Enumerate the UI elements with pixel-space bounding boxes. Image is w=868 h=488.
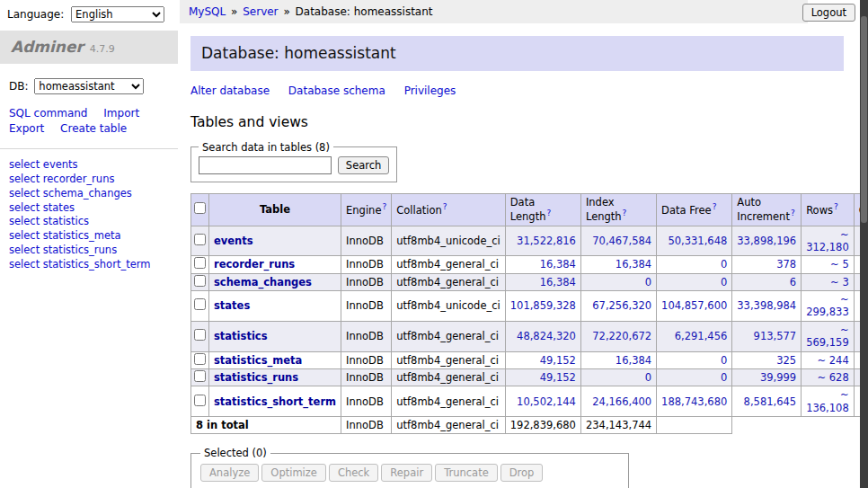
adminer-app: Language: English Adminer 4.7.9 DB: home… — [0, 0, 868, 488]
table-row-events: eventsInnoDButf8mb4_unicode_ci31,522,816… — [191, 226, 868, 256]
row-select-checkbox[interactable] — [194, 298, 206, 310]
data-free-cell: 0 — [657, 368, 732, 386]
rows-count-link[interactable]: ~ 299,833 — [806, 293, 849, 318]
breadcrumb-current: Database: homeassistant — [296, 5, 433, 18]
logout-button[interactable]: Logout — [802, 4, 855, 22]
breadcrumb-separator: » — [231, 5, 237, 18]
database-schema-link[interactable]: Database schema — [288, 84, 385, 97]
create-table-link[interactable]: Create table — [60, 122, 127, 135]
auto-increment-cell: 6 — [732, 273, 802, 290]
help-icon[interactable]: ? — [713, 202, 717, 211]
total-index-length-cell: 234,143,744 — [580, 417, 656, 434]
table-row-statistics: statisticsInnoDButf8mb4_general_ci48,824… — [191, 321, 868, 351]
engine-cell: InnoDB — [341, 386, 392, 417]
row-select-cell — [191, 256, 209, 273]
row-select-checkbox[interactable] — [194, 353, 206, 365]
help-icon[interactable]: ? — [834, 202, 838, 211]
table-row-schema-changes: schema_changesInnoDButf8mb4_general_ci16… — [191, 273, 868, 290]
breadcrumb-separator: » — [283, 5, 289, 18]
help-icon[interactable]: ? — [546, 209, 551, 217]
search-button[interactable]: Search — [338, 156, 390, 174]
export-link[interactable]: Export — [9, 122, 44, 135]
language-select[interactable]: English — [71, 6, 164, 22]
row-select-checkbox[interactable] — [194, 395, 206, 406]
help-icon[interactable]: ? — [791, 209, 795, 217]
table-name-link[interactable]: statistics_runs — [214, 371, 298, 384]
collation-cell: utf8mb4_general_ci — [392, 386, 506, 417]
table-name-link[interactable]: statistics_short_term — [214, 395, 336, 408]
sidebar-item-select-statistics-runs[interactable]: select statistics_runs — [9, 244, 169, 258]
sidebar-item-select-statistics-short-term[interactable]: select statistics_short_term — [9, 258, 169, 272]
help-icon[interactable]: ? — [443, 202, 447, 211]
column-header-data-length: Data Length? — [505, 194, 580, 226]
truncate-button[interactable]: Truncate — [435, 464, 498, 482]
total-data-length-cell: 192,839,680 — [505, 417, 580, 434]
table-name-link[interactable]: recorder_runs — [214, 258, 295, 271]
import-link[interactable]: Import — [103, 107, 139, 120]
help-icon[interactable]: ? — [623, 209, 627, 217]
table-name-cell: schema_changes — [209, 273, 341, 290]
sidebar-actions: SQL command Import Export Create table — [0, 94, 178, 149]
search-fieldset: Search data in tables (8) Search — [190, 141, 397, 182]
select-all-checkbox[interactable] — [194, 202, 206, 214]
sql-command-link[interactable]: SQL command — [9, 107, 87, 120]
row-select-checkbox[interactable] — [194, 257, 206, 269]
data-length-cell: 16,384 — [505, 273, 580, 290]
rows-count-link[interactable]: ~ 628 — [817, 371, 848, 384]
rows-count-cell: ~ 299,833 — [802, 291, 855, 322]
drop-button[interactable]: Drop — [500, 464, 544, 482]
table-name-link[interactable]: states — [214, 299, 250, 312]
rows-count-cell: ~ 628 — [802, 368, 855, 386]
auto-increment-cell: 33,398,984 — [732, 291, 802, 322]
auto-increment-cell: 33,898,196 — [732, 226, 802, 256]
scrollbar[interactable] — [860, 0, 868, 488]
total-data-free-cell — [657, 417, 732, 434]
check-button[interactable]: Check — [329, 464, 378, 482]
sidebar-item-select-statistics[interactable]: select statistics — [9, 215, 169, 229]
row-select-checkbox[interactable] — [194, 275, 206, 287]
app-logo: Adminer 4.7.9 — [0, 31, 178, 64]
repair-button[interactable]: Repair — [381, 464, 432, 482]
index-length-cell: 0 — [580, 368, 656, 386]
table-name-cell: statistics_runs — [209, 368, 341, 386]
breadcrumb-server-link[interactable]: Server — [243, 5, 278, 18]
row-select-checkbox[interactable] — [194, 370, 206, 382]
rows-count-link[interactable]: ~ 136,108 — [806, 388, 849, 413]
app-version: 4.7.9 — [90, 43, 115, 55]
table-name-link[interactable]: statistics_meta — [214, 354, 302, 367]
scrollbar-thumb[interactable] — [861, 16, 867, 223]
optimize-button[interactable]: Optimize — [261, 464, 326, 482]
help-icon[interactable]: ? — [382, 202, 386, 211]
engine-cell: InnoDB — [341, 368, 392, 386]
search-legend: Search data in tables (8) — [199, 141, 333, 154]
sidebar-item-select-states[interactable]: select states — [9, 201, 169, 216]
analyze-button[interactable]: Analyze — [200, 464, 259, 482]
engine-cell: InnoDB — [341, 351, 392, 368]
table-name-link[interactable]: statistics — [214, 330, 268, 342]
rows-count-link[interactable]: ~ 5 — [830, 258, 849, 271]
row-select-checkbox[interactable] — [194, 234, 206, 245]
select-all-header-cell — [191, 194, 209, 226]
row-select-cell — [191, 291, 209, 322]
sidebar-item-select-recorder-runs[interactable]: select recorder_runs — [9, 173, 169, 187]
sidebar-item-select-events[interactable]: select events — [9, 158, 169, 173]
collation-cell: utf8mb4_general_ci — [392, 321, 506, 351]
sidebar-item-select-statistics-meta[interactable]: select statistics_meta — [9, 229, 169, 244]
rows-count-link[interactable]: ~ 569,159 — [806, 324, 849, 349]
auto-increment-cell: 378 — [732, 256, 802, 273]
breadcrumb-mysql-link[interactable]: MySQL — [189, 5, 226, 18]
table-name-link[interactable]: schema_changes — [214, 276, 312, 288]
rows-count-link[interactable]: ~ 244 — [817, 354, 848, 367]
privileges-link[interactable]: Privileges — [404, 84, 456, 97]
row-select-checkbox[interactable] — [194, 329, 206, 341]
rows-count-link[interactable]: ~ 3 — [830, 276, 849, 288]
db-select[interactable]: homeassistant — [34, 78, 144, 94]
table-name-cell: states — [209, 291, 341, 322]
alter-database-link[interactable]: Alter database — [190, 84, 270, 97]
sidebar-item-select-schema-changes[interactable]: select schema_changes — [9, 187, 169, 201]
search-input[interactable] — [199, 156, 332, 174]
rows-count-link[interactable]: ~ 312,180 — [806, 228, 849, 253]
table-name-link[interactable]: events — [214, 235, 253, 247]
row-select-cell — [191, 368, 209, 386]
row-select-cell — [191, 273, 209, 290]
